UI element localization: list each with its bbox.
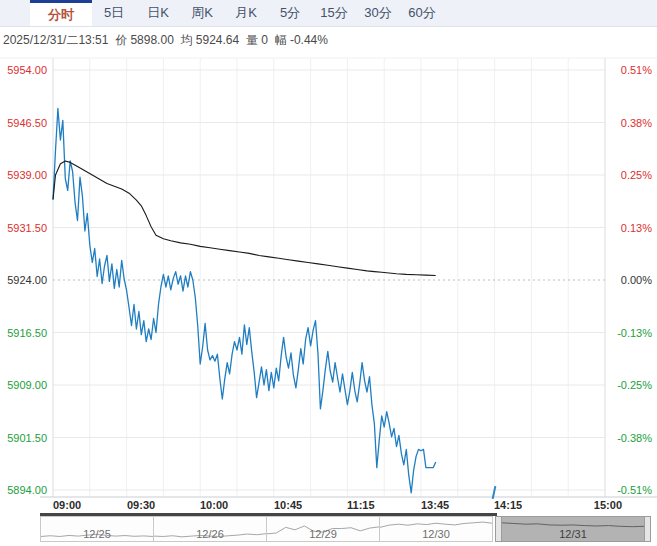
nav-date-label: 12/25 <box>41 528 153 540</box>
nav-section-12-30[interactable]: 12/30 <box>379 516 493 542</box>
average-price: 均5924.64 <box>181 32 239 49</box>
quote-status-bar: 2025/12/31/二13:51 价5898.00 均5924.64 量0 幅… <box>0 27 657 53</box>
price-axis-label: 5909.00 <box>0 378 47 392</box>
price-axis-label: 5939.00 <box>0 168 47 182</box>
range-handle-right[interactable] <box>644 516 651 542</box>
price-axis-label: 5931.50 <box>0 221 47 235</box>
intraday-chart: 5954.00 5946.50 5939.00 5931.50 5924.00 … <box>0 53 657 499</box>
time-tick: 10:45 <box>274 499 302 511</box>
chg-value: -0.44% <box>290 33 328 47</box>
tab-60min[interactable]: 60分 <box>400 0 444 26</box>
percent-axis-label: -0.25% <box>606 378 652 392</box>
price-axis-label: 5946.50 <box>0 116 47 130</box>
percent-axis-label: 0.13% <box>606 221 652 235</box>
percent-axis-label: 0.51% <box>606 63 652 77</box>
nav-section-12-31-selected[interactable]: 12/31 <box>502 516 644 542</box>
time-tick: 13:45 <box>421 499 449 511</box>
chart-canvas <box>0 53 657 499</box>
quote-datetime: 2025/12/31/二13:51 <box>3 32 108 49</box>
vol-value: 0 <box>261 33 268 47</box>
avg-label: 均 <box>181 33 193 47</box>
percent-axis-label: -0.13% <box>606 326 652 340</box>
price-axis-label: 5916.50 <box>0 326 47 340</box>
percent-axis-label: -0.38% <box>606 431 652 445</box>
tab-5day[interactable]: 5日 <box>92 0 136 26</box>
tab-bar-spacer <box>0 0 30 26</box>
time-tick: 10:00 <box>200 499 228 511</box>
price-axis-label: 5954.00 <box>0 63 47 77</box>
tab-weekly-k[interactable]: 周K <box>180 0 224 26</box>
nav-section-12-29[interactable]: 12/29 <box>266 516 380 542</box>
last-price: 价5898.00 <box>115 32 173 49</box>
time-tick: 09:30 <box>127 499 155 511</box>
time-tick: 14:15 <box>494 499 522 511</box>
avg-value: 5924.64 <box>196 33 239 47</box>
percent-axis-label: 0.00% <box>606 273 652 287</box>
price-axis-label: 5901.50 <box>0 431 47 445</box>
nav-section-12-25[interactable]: 12/25 <box>40 516 154 542</box>
tab-15min[interactable]: 15分 <box>312 0 356 26</box>
chg-label: 幅 <box>275 33 287 47</box>
price-axis-label: 5924.00 <box>0 273 47 287</box>
nav-date-label: 12/26 <box>154 528 266 540</box>
nav-section-12-26[interactable]: 12/26 <box>153 516 267 542</box>
tab-5min[interactable]: 5分 <box>268 0 312 26</box>
percent-axis-label: -0.51% <box>606 483 652 497</box>
price-label: 价 <box>115 33 127 47</box>
percent-axis-label: 0.38% <box>606 116 652 130</box>
change-percent: 幅-0.44% <box>275 32 328 49</box>
price-value: 5898.00 <box>130 33 173 47</box>
nav-date-label: 12/29 <box>267 528 379 540</box>
vol-label: 量 <box>246 33 258 47</box>
nav-date-label: 12/31 <box>502 528 644 540</box>
time-tick: 15:00 <box>575 499 622 511</box>
tab-30min[interactable]: 30分 <box>356 0 400 26</box>
period-tab-bar: 分时 5日 日K 周K 月K 5分 15分 30分 60分 <box>0 0 657 27</box>
date-range-navigator: 12/25 12/26 12/29 12/30 12/31 <box>40 516 652 542</box>
time-tick: 09:00 <box>53 499 81 511</box>
price-axis-label: 5894.00 <box>0 483 47 497</box>
tab-intraday[interactable]: 分时 <box>30 0 92 26</box>
nav-selected-range: 12/31 <box>495 516 651 542</box>
nav-date-label: 12/30 <box>380 528 492 540</box>
time-axis: 09:00 09:30 10:00 10:45 11:15 13:45 14:1… <box>0 498 657 514</box>
tab-daily-k[interactable]: 日K <box>136 0 180 26</box>
range-handle-left[interactable] <box>495 516 502 542</box>
trading-app-window: { "header": { "tabs": [ {"label": "分时", … <box>0 0 657 546</box>
time-tick: 11:15 <box>347 499 375 511</box>
tab-monthly-k[interactable]: 月K <box>224 0 268 26</box>
percent-axis-label: 0.25% <box>606 168 652 182</box>
volume: 量0 <box>246 32 268 49</box>
